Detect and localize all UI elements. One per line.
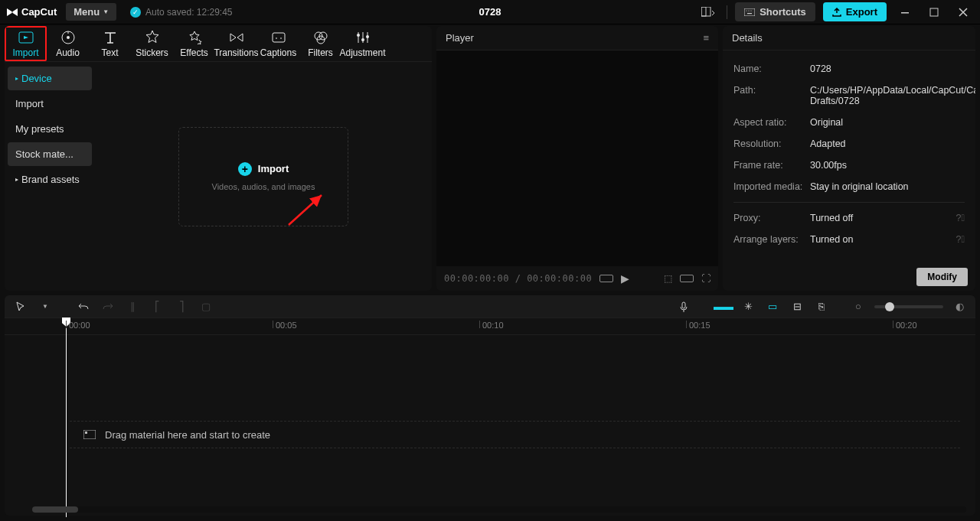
player-menu-icon[interactable]: ≡	[703, 32, 709, 44]
link-tool[interactable]: ✳	[740, 298, 756, 315]
import-icon	[18, 29, 34, 46]
tab-captions[interactable]: Captions	[257, 26, 299, 61]
zoom-fit-button[interactable]: ◐	[951, 298, 968, 315]
crop-icon[interactable]: ⬚	[664, 273, 672, 284]
scrollbar-thumb[interactable]	[32, 506, 78, 513]
details-row: Arrange layers:Turned on?⃝	[733, 229, 965, 250]
side-subnav: ▸DeviceImportMy presetsStock mate...▸Bra…	[5, 62, 95, 291]
align-tool[interactable]: ⊟	[789, 298, 805, 315]
tab-transitions[interactable]: Transitions	[215, 26, 257, 61]
details-row: Imported media:Stay in original location	[733, 176, 965, 197]
titlebar-right: Shortcuts Export	[697, 2, 974, 23]
mic-record-button[interactable]	[675, 298, 692, 315]
autosave-status: ✓ Auto saved: 12:29:45	[130, 7, 232, 18]
details-panel: Details Name:0728Path:C:/Users/HP/AppDat…	[723, 26, 975, 291]
tab-label: Adjustment	[339, 47, 385, 58]
filters-icon	[312, 29, 329, 46]
tab-adjustment[interactable]: Adjustment	[341, 26, 384, 61]
tab-label: Captions	[260, 47, 296, 58]
svg-rect-20	[682, 302, 685, 308]
pointer-tool[interactable]	[12, 298, 29, 315]
preview-tool[interactable]: ▭	[764, 298, 781, 315]
tab-label: Stickers	[136, 47, 168, 58]
svg-rect-22	[85, 431, 87, 434]
zoom-slider[interactable]	[874, 305, 943, 308]
timeline-scrollbar[interactable]	[32, 506, 966, 513]
subnav-item[interactable]: Stock mate...	[8, 142, 92, 166]
layout-icon	[701, 7, 715, 18]
layout-button[interactable]	[697, 2, 719, 23]
help-icon[interactable]: ?⃝	[956, 213, 965, 223]
player-viewport	[436, 50, 718, 266]
ruler-tick: 00:15	[686, 321, 710, 328]
maximize-button[interactable]	[923, 2, 945, 23]
tab-label: Audio	[56, 47, 80, 58]
tab-effects[interactable]: Effects	[173, 26, 215, 61]
timeline-body[interactable]: Drag material here and start to create	[5, 335, 975, 516]
maximize-icon	[929, 8, 939, 17]
trim-right-tool: ⎤	[173, 298, 190, 315]
pointer-dropdown[interactable]: ▼	[37, 298, 54, 315]
top-tabs: ImportAudioTextStickersEffectsTransition…	[5, 26, 432, 61]
subnav-item[interactable]: Import	[8, 92, 92, 116]
media-panel: ImportAudioTextStickersEffectsTransition…	[5, 26, 432, 291]
timeline-ruler[interactable]: 00:0000:0500:1000:1500:20	[5, 318, 975, 335]
tab-label: Filters	[308, 47, 333, 58]
fullscreen-icon[interactable]: ⛶	[701, 273, 710, 284]
detail-value: Original	[810, 117, 965, 128]
transitions-icon	[228, 29, 245, 46]
subnav-item[interactable]: ▸Device	[8, 67, 92, 90]
timeline-panel: ▼ ∥ ⎡ ⎤ ▢ ▬▬ ✳ ▭ ⊟ ⎘ ○ ◐ 00:0000:0500:10…	[5, 295, 975, 516]
timeline-hint: Drag material here and start to create	[70, 421, 960, 448]
svg-point-5	[751, 10, 752, 11]
trim-left-tool: ⎡	[149, 298, 165, 315]
subnav-item[interactable]: ▸Brand assets	[8, 168, 92, 191]
detail-value: Turned on	[810, 234, 956, 245]
subnav-item[interactable]: My presets	[8, 117, 92, 141]
subnav-label: My presets	[15, 123, 64, 135]
tab-audio[interactable]: Audio	[47, 26, 89, 61]
details-header: Details	[723, 26, 975, 50]
detail-key: Aspect ratio:	[733, 117, 810, 128]
autosave-text: Auto saved: 12:29:45	[145, 7, 232, 18]
player-title: Player	[446, 32, 474, 44]
app-logo: CapCut	[6, 6, 57, 18]
import-zone: + Import Videos, audios, and images	[95, 62, 432, 291]
marker-tool[interactable]: ⎘	[813, 298, 830, 315]
keyboard-icon	[744, 8, 755, 16]
magnet-tool[interactable]: ▬▬	[715, 298, 732, 315]
main-row: ImportAudioTextStickersEffectsTransition…	[0, 24, 980, 291]
export-label: Export	[846, 6, 877, 18]
detail-value: Turned off	[810, 213, 956, 223]
text-icon	[102, 29, 119, 46]
svg-rect-8	[930, 8, 938, 16]
play-button[interactable]: ▶	[621, 272, 629, 285]
tab-filters[interactable]: Filters	[299, 26, 341, 61]
ruler-tick: 00:00	[66, 321, 90, 328]
details-title: Details	[732, 32, 763, 44]
detail-value: Stay in original location	[810, 181, 965, 192]
undo-button[interactable]	[75, 298, 92, 315]
detail-value: Adapted	[810, 138, 965, 149]
chevron-down-icon: ▼	[103, 8, 109, 15]
shortcuts-button[interactable]: Shortcuts	[735, 2, 815, 21]
import-dropzone[interactable]: + Import Videos, audios, and images	[178, 127, 348, 226]
close-icon	[959, 8, 968, 17]
player-panel: Player ≡ 00:00:00:00 / 00:00:00:00 ▶ ⬚ ⛶	[436, 26, 718, 291]
svg-rect-7	[901, 12, 909, 14]
split-tool: ∥	[124, 298, 141, 315]
export-icon	[832, 8, 841, 17]
tab-label: Import	[12, 47, 38, 58]
menu-button[interactable]: Menu ▼	[66, 3, 116, 21]
export-button[interactable]: Export	[823, 2, 887, 21]
tab-stickers[interactable]: Stickers	[131, 26, 173, 61]
help-icon[interactable]: ?⃝	[956, 234, 965, 245]
minimize-button[interactable]	[894, 2, 916, 23]
tab-text[interactable]: Text	[89, 26, 131, 61]
zoom-out-button[interactable]: ○	[850, 298, 867, 315]
tab-import[interactable]: Import	[5, 26, 47, 61]
close-button[interactable]	[952, 2, 974, 23]
ratio-button[interactable]	[680, 275, 694, 282]
modify-button[interactable]: Modify	[916, 268, 968, 286]
plus-icon: +	[238, 162, 252, 176]
